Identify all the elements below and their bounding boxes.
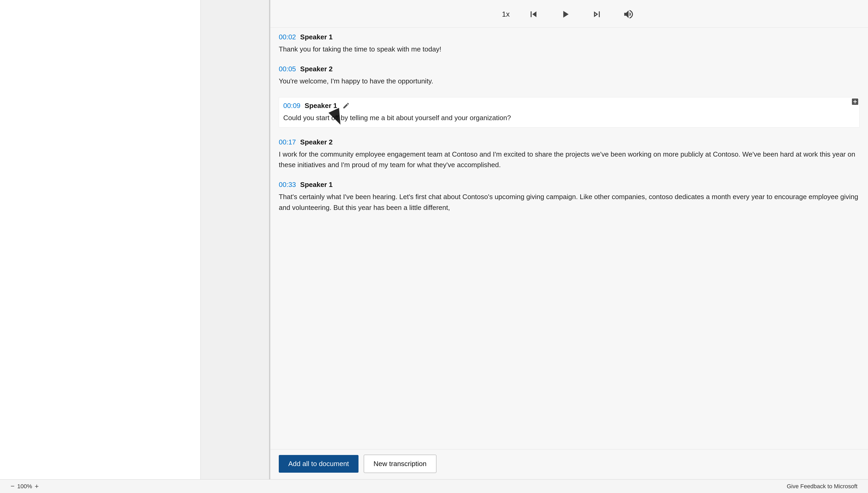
zoom-in-button[interactable]: + (35, 482, 39, 490)
add-icon (851, 98, 859, 106)
entry-header-t1: 00:02Speaker 1 (279, 33, 860, 41)
skip-forward-icon (591, 8, 603, 20)
transcript-entry-t5: 00:33Speaker 1That's certainly what I've… (279, 180, 860, 213)
middle-panel (201, 0, 269, 479)
timestamp-t4[interactable]: 00:17 (279, 138, 296, 146)
speaker-name-t5: Speaker 1 (300, 180, 333, 189)
transcript-entry-t3: 00:09Speaker 1Could you start off by tel… (279, 97, 860, 128)
edit-speaker-button-t3[interactable] (342, 102, 350, 109)
timestamp-t3[interactable]: 00:09 (283, 102, 301, 110)
transcript-entry-t2: 00:05Speaker 2You're welcome, I'm happy … (279, 65, 860, 86)
entry-header-t3: 00:09Speaker 1 (283, 102, 854, 110)
feedback-link[interactable]: Give Feedback to Microsoft (787, 483, 858, 490)
new-transcription-button[interactable]: New transcription (364, 455, 437, 473)
entry-header-t5: 00:33Speaker 1 (279, 180, 860, 189)
timestamp-t1[interactable]: 00:02 (279, 33, 296, 41)
zoom-level: 100% (17, 483, 32, 490)
playback-speed[interactable]: 1x (502, 10, 510, 19)
transcript-text-t5: That's certainly what I've been hearing.… (279, 191, 860, 213)
timestamp-t5[interactable]: 00:33 (279, 180, 296, 189)
zoom-controls: − 100% + (10, 482, 39, 490)
speaker-name-t4: Speaker 2 (300, 138, 333, 146)
audio-controls-bar: 1x (270, 0, 868, 28)
entry-header-t4: 00:17Speaker 2 (279, 138, 860, 146)
transcript-entry-t1: 00:02Speaker 1Thank you for taking the t… (279, 33, 860, 55)
skip-back-button[interactable] (526, 6, 541, 22)
transcript-text-t2: You're welcome, I'm happy to have the op… (279, 76, 860, 86)
skip-forward-button[interactable] (589, 6, 605, 22)
transcript-text-t1: Thank you for taking the time to speak w… (279, 44, 860, 55)
transcript-text-t4: I work for the community employee engage… (279, 149, 860, 170)
add-to-document-button-t3[interactable] (851, 98, 859, 106)
entry-header-t2: 00:05Speaker 2 (279, 65, 860, 73)
transcription-panel: 1x (269, 0, 868, 479)
speaker-name-t3: Speaker 1 (305, 102, 337, 110)
document-area (0, 0, 201, 479)
skip-back-icon (528, 8, 539, 20)
timestamp-t2[interactable]: 00:05 (279, 65, 296, 73)
speaker-name-t1: Speaker 1 (300, 33, 333, 41)
status-bar: − 100% + Give Feedback to Microsoft (0, 479, 868, 493)
zoom-out-button[interactable]: − (10, 482, 15, 490)
play-button[interactable] (557, 6, 573, 22)
volume-button[interactable] (621, 6, 637, 22)
transcription-scroll-area: 00:02Speaker 1Thank you for taking the t… (270, 28, 868, 449)
add-all-to-document-button[interactable]: Add all to document (279, 455, 358, 473)
edit-icon (342, 102, 350, 109)
transcript-entry-t4: 00:17Speaker 2I work for the community e… (279, 138, 860, 170)
volume-icon (623, 8, 635, 20)
action-bar: Add all to document New transcription (270, 449, 868, 479)
transcript-text-t3: Could you start off by telling me a bit … (283, 112, 854, 123)
speaker-name-t2: Speaker 2 (300, 65, 333, 73)
main-area: 1x (0, 0, 868, 479)
play-icon (559, 8, 571, 20)
